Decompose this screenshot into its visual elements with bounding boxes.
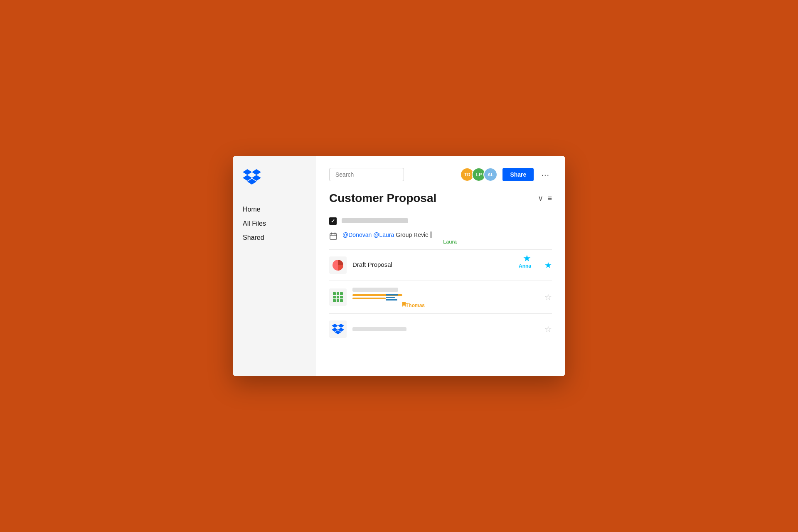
sidebar-item-home[interactable]: Home <box>243 203 306 216</box>
logo <box>243 169 306 187</box>
nav: Home All Files Shared <box>243 203 306 246</box>
file-list: Draft Proposal ★ Anna ★ <box>329 250 552 345</box>
doc-lines <box>386 294 398 300</box>
file-icon-pie <box>329 256 347 274</box>
document-header: Customer Proposal ∨ ≡ <box>329 192 552 205</box>
file-info-3 <box>352 327 539 331</box>
mention-donovan: @Donovan <box>342 232 372 238</box>
main-content: TD LP AL Share ··· Customer Proposal ∨ ≡… <box>316 156 565 376</box>
document-actions: ∨ ≡ <box>538 194 552 203</box>
checkbox-checked[interactable]: ✓ <box>329 217 337 225</box>
file-name-bar <box>352 288 398 292</box>
calendar-svg <box>330 232 337 240</box>
thomas-label: Thomas <box>406 303 425 308</box>
doc-line-3 <box>386 299 397 300</box>
dropbox-file-icon <box>332 324 344 335</box>
task-item-2: @Donovan @Laura Group Revie Laura <box>329 228 552 244</box>
mention-laura-inline: @Laura <box>373 232 394 238</box>
anna-label: Anna <box>519 263 531 269</box>
checkmark-icon: ✓ <box>331 218 335 224</box>
anna-star-icon: ★ <box>523 253 531 264</box>
task-text: Group Revie <box>396 232 429 238</box>
sidebar-item-all-files[interactable]: All Files <box>243 217 306 230</box>
app-window: Home All Files Shared TD LP AL Share ···… <box>233 156 565 376</box>
svg-rect-0 <box>330 234 337 239</box>
laura-collaborator-label: Laura <box>443 239 457 245</box>
file-icon-grid <box>329 288 347 306</box>
more-options-button[interactable]: ··· <box>539 168 552 181</box>
doc-line-2 <box>386 297 395 298</box>
doc-line-1 <box>386 294 398 296</box>
topbar: TD LP AL Share ··· <box>329 167 552 182</box>
document-title: Customer Proposal <box>329 192 436 205</box>
sidebar: Home All Files Shared <box>233 156 316 376</box>
grid-app-icon <box>333 292 343 302</box>
mention-row: @Donovan @Laura Group Revie Laura <box>342 232 432 238</box>
anna-collab-overlay: ★ Anna <box>519 253 531 269</box>
task-section: ✓ @Donovan @Laura Group Revie <box>329 213 552 250</box>
editing-area: Thomas <box>352 294 539 307</box>
collapse-icon[interactable]: ∨ <box>538 194 543 203</box>
avatar-group: TD LP AL <box>460 167 498 182</box>
pie-chart-icon <box>331 259 345 272</box>
file-item-3: ☆ <box>329 314 552 345</box>
file-name-bar-3 <box>352 327 406 331</box>
task-item-1: ✓ <box>329 213 552 228</box>
file-icon-dropbox <box>329 320 347 338</box>
star-button-3[interactable]: ☆ <box>544 324 552 334</box>
sidebar-item-shared[interactable]: Shared <box>243 232 306 244</box>
calendar-icon <box>329 232 337 240</box>
star-button-2[interactable]: ☆ <box>544 292 552 302</box>
file-item-2: Thomas ☆ <box>329 281 552 314</box>
menu-icon[interactable]: ≡ <box>547 194 552 203</box>
file-item-draft-proposal: Draft Proposal ★ Anna ★ <box>329 250 552 281</box>
file-info-draft-proposal: Draft Proposal <box>352 261 539 270</box>
task-text-placeholder <box>342 218 408 223</box>
file-info-2: Thomas <box>352 288 539 307</box>
avatar-al: AL <box>483 167 498 182</box>
search-input[interactable] <box>329 168 404 181</box>
orange-bar-2 <box>352 298 386 299</box>
dropbox-logo-icon <box>243 169 261 185</box>
star-button-1[interactable]: ★ <box>544 260 552 270</box>
share-button[interactable]: Share <box>502 168 534 181</box>
topbar-right: TD LP AL Share ··· <box>460 167 552 182</box>
file-name: Draft Proposal <box>352 261 539 268</box>
text-cursor <box>431 232 431 238</box>
